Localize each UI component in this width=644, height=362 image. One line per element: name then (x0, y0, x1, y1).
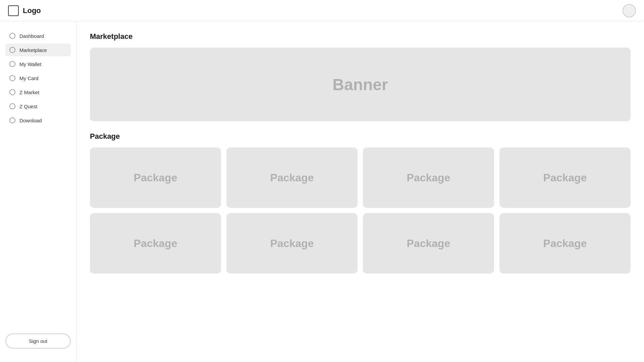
package-card-label-1: Package (134, 172, 177, 184)
main-layout: Dashboard Marketplace My Wallet My Card … (0, 21, 644, 362)
sidebar-label-my-wallet: My Wallet (19, 61, 41, 67)
sidebar-item-z-quest[interactable]: Z Quest (5, 100, 71, 113)
sidebar-item-my-wallet[interactable]: My Wallet (5, 58, 71, 70)
package-grid: Package Package Package Package Package … (90, 147, 631, 274)
z-quest-icon (9, 103, 15, 109)
dashboard-icon (9, 33, 15, 39)
package-card-2[interactable]: Package (226, 147, 358, 208)
logo-text: Logo (23, 6, 41, 15)
page-title: Marketplace (90, 32, 631, 41)
sidebar-item-my-card[interactable]: My Card (5, 72, 71, 84)
sidebar-item-download[interactable]: Download (5, 114, 71, 127)
main-content: Marketplace Banner Package Package Packa… (76, 21, 644, 362)
package-card-label-7: Package (407, 237, 450, 250)
package-card-7[interactable]: Package (363, 213, 494, 274)
package-card-3[interactable]: Package (363, 147, 494, 208)
download-icon (9, 117, 15, 123)
banner: Banner (90, 48, 631, 121)
sidebar-label-my-card: My Card (19, 75, 39, 81)
sidebar-item-z-market[interactable]: Z Market (5, 86, 71, 99)
package-section-title: Package (90, 132, 631, 141)
sidebar-label-marketplace: Marketplace (19, 47, 47, 53)
package-card-1[interactable]: Package (90, 147, 221, 208)
package-card-4[interactable]: Package (499, 147, 631, 208)
package-card-label-5: Package (134, 237, 177, 250)
sidebar-item-marketplace[interactable]: Marketplace (5, 44, 71, 56)
package-card-label-3: Package (407, 172, 450, 184)
package-card-5[interactable]: Package (90, 213, 221, 274)
package-card-label-4: Package (543, 172, 587, 184)
sidebar-label-dashboard: Dashboard (19, 33, 44, 39)
marketplace-icon (9, 47, 15, 53)
sidebar-footer: Sign out (0, 328, 76, 354)
sidebar-nav: Dashboard Marketplace My Wallet My Card … (0, 29, 76, 328)
banner-text: Banner (332, 75, 388, 94)
sidebar-label-z-quest: Z Quest (19, 104, 37, 109)
my-wallet-icon (9, 61, 15, 67)
z-market-icon (9, 89, 15, 95)
package-card-6[interactable]: Package (226, 213, 358, 274)
package-card-8[interactable]: Package (499, 213, 631, 274)
package-card-label-8: Package (543, 237, 587, 250)
package-card-label-6: Package (270, 237, 314, 250)
header-left: Logo (8, 5, 41, 16)
sidebar-label-z-market: Z Market (19, 89, 39, 95)
sign-out-button[interactable]: Sign out (5, 334, 71, 349)
package-card-label-2: Package (270, 172, 314, 184)
logo-box-icon (8, 5, 19, 16)
my-card-icon (9, 75, 15, 81)
sidebar-label-download: Download (19, 118, 42, 123)
header: Logo (0, 0, 644, 21)
sidebar-item-dashboard[interactable]: Dashboard (5, 29, 71, 42)
sidebar: Dashboard Marketplace My Wallet My Card … (0, 21, 76, 362)
avatar[interactable] (623, 4, 636, 17)
